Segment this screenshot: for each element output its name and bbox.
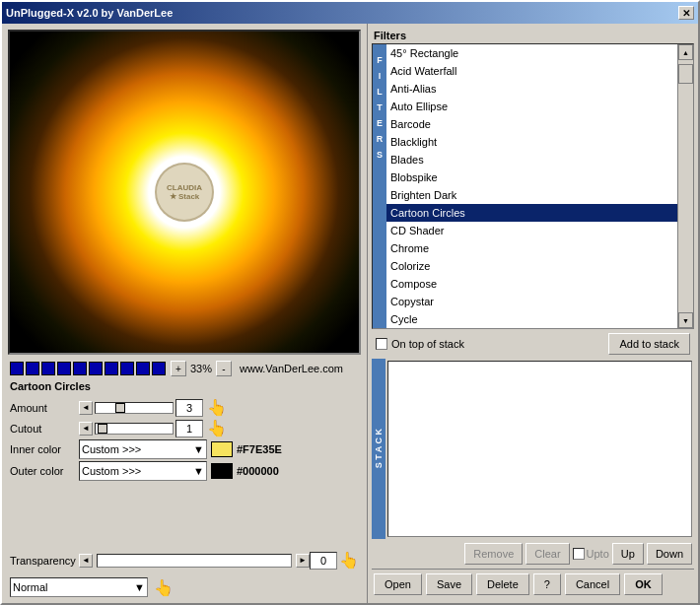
- sidebar-letter-e: E: [377, 115, 383, 131]
- main-content: CLAUDIA ★ Stack: [2, 24, 698, 603]
- blend-hand-icon: 👆: [154, 578, 174, 597]
- inner-color-label: Inner color: [10, 443, 79, 455]
- amount-track[interactable]: [95, 402, 174, 414]
- cutout-row: Cutout ◄ 1 👆: [10, 419, 359, 437]
- transparency-row: Transparency ◄ ► 0 👆: [6, 549, 363, 571]
- watermark: CLAUDIA ★ Stack: [155, 163, 214, 222]
- outer-color-label: Outer color: [10, 465, 79, 477]
- url-label: www.VanDerLee.com: [240, 363, 343, 374]
- filter-item[interactable]: Cycle: [386, 310, 677, 328]
- stack-sidebar-label: S T A C K: [374, 429, 384, 468]
- inner-color-row: Inner color Custom >>> ▼ #F7E35E: [10, 439, 359, 459]
- sidebar-letter-r: R: [377, 131, 384, 147]
- clear-button[interactable]: Clear: [525, 543, 569, 565]
- outer-color-dropdown[interactable]: Custom >>> ▼: [79, 461, 207, 481]
- blend-dropdown[interactable]: Normal ▼: [10, 577, 148, 597]
- filter-item[interactable]: Blobspike: [386, 168, 677, 186]
- down-button[interactable]: Down: [647, 543, 692, 565]
- filter-item[interactable]: Brighten Dark: [386, 186, 677, 204]
- filter-item[interactable]: Auto Ellipse: [386, 98, 677, 115]
- outer-color-swatch[interactable]: [211, 463, 233, 479]
- amount-value[interactable]: 3: [175, 399, 203, 417]
- upto-checkbox[interactable]: [573, 548, 585, 560]
- zoom-segment: [57, 362, 71, 375]
- trans-hand-icon: 👆: [339, 551, 359, 570]
- stack-area: S T A C K: [372, 359, 694, 539]
- cutout-hand-icon: 👆: [207, 419, 227, 437]
- filter-item[interactable]: 45° Rectangle: [386, 44, 677, 62]
- sidebar-letter-s: S: [377, 147, 383, 163]
- sidebar-letter-i: I: [379, 68, 382, 84]
- filters-sidebar: F I L T E R S: [373, 44, 386, 328]
- filter-item[interactable]: Acid Waterfall: [386, 62, 677, 80]
- filter-item[interactable]: CD Shader: [386, 222, 677, 239]
- filter-item[interactable]: Barcode: [386, 115, 677, 133]
- zoom-segment: [152, 362, 166, 375]
- on-top-label: On top of stack: [391, 338, 464, 350]
- cancel-button[interactable]: Cancel: [565, 573, 620, 595]
- amount-label: Amount: [10, 402, 79, 414]
- filter-item[interactable]: Chrome: [386, 239, 677, 257]
- on-top-checkbox[interactable]: [376, 338, 387, 350]
- zoom-segment: [10, 362, 24, 375]
- inner-color-dropdown[interactable]: Custom >>> ▼: [79, 439, 207, 459]
- filter-item[interactable]: Copystar: [386, 293, 677, 310]
- trans-track[interactable]: [97, 554, 292, 568]
- filter-list-inner: 45° RectangleAcid WaterfallAnti-AliasAut…: [386, 44, 677, 328]
- trans-left-arrow[interactable]: ◄: [79, 554, 93, 568]
- scroll-down-arrow[interactable]: ▼: [678, 312, 693, 328]
- window-title: UnPlugged-X v2.0 by VanDerLee: [6, 7, 173, 19]
- inner-color-swatch[interactable]: [211, 441, 233, 457]
- transparency-label: Transparency: [10, 555, 79, 567]
- amount-thumb[interactable]: [115, 403, 125, 413]
- blend-label: Normal: [13, 581, 47, 593]
- right-panel: Filters F I L T E R S 45° RectangleAcid …: [367, 24, 698, 603]
- scroll-thumb[interactable]: [678, 64, 693, 84]
- amount-left-arrow[interactable]: ◄: [79, 401, 93, 415]
- cutout-left-arrow[interactable]: ◄: [79, 422, 93, 436]
- spacer: [6, 485, 363, 545]
- filter-item[interactable]: Colorize: [386, 257, 677, 275]
- filter-item[interactable]: Compose: [386, 275, 677, 293]
- zoom-plus-button[interactable]: +: [171, 361, 186, 376]
- close-button[interactable]: ✕: [678, 6, 694, 20]
- filter-item[interactable]: Blades: [386, 151, 677, 168]
- amount-row: Amount ◄ 3 👆: [10, 398, 359, 417]
- zoom-segment: [73, 362, 87, 375]
- cutout-slider-container: ◄ 1 👆: [79, 419, 227, 437]
- zoom-minus-button[interactable]: -: [216, 361, 232, 376]
- delete-button[interactable]: Delete: [476, 573, 529, 595]
- zoom-segment: [105, 362, 118, 375]
- trans-right-arrow[interactable]: ►: [296, 554, 310, 568]
- ok-button[interactable]: OK: [624, 573, 663, 595]
- sidebar-letter-f: F: [377, 52, 383, 68]
- add-to-stack-button[interactable]: Add to stack: [608, 333, 690, 355]
- cutout-thumb[interactable]: [98, 424, 107, 434]
- blend-chevron-icon: ▼: [134, 581, 145, 593]
- help-button[interactable]: ?: [533, 573, 561, 595]
- filter-item[interactable]: Anti-Alias: [386, 80, 677, 98]
- save-button[interactable]: Save: [426, 573, 472, 595]
- upto-label: Upto: [587, 548, 609, 560]
- outer-color-row: Outer color Custom >>> ▼ #000000: [10, 461, 359, 481]
- cutout-track[interactable]: [95, 423, 174, 435]
- stack-sidebar: S T A C K: [372, 359, 385, 539]
- stack-options: On top of stack Add to stack: [372, 329, 694, 359]
- scroll-track: [678, 60, 693, 312]
- open-button[interactable]: Open: [374, 573, 422, 595]
- cutout-label: Cutout: [10, 423, 79, 435]
- filters-section-label: Filters: [372, 28, 694, 43]
- remove-button[interactable]: Remove: [464, 543, 523, 565]
- cutout-value[interactable]: 1: [175, 420, 203, 437]
- filter-item[interactable]: Blacklight: [386, 133, 677, 151]
- filter-item[interactable]: Cartoon Circles: [386, 204, 677, 222]
- zoom-segment: [136, 362, 150, 375]
- trans-value[interactable]: 0: [310, 552, 337, 570]
- zoom-track: [10, 362, 167, 375]
- inner-color-hex: #F7E35E: [237, 443, 282, 455]
- up-button[interactable]: Up: [612, 543, 644, 565]
- amount-slider-container: ◄ 3 👆: [79, 398, 227, 417]
- scroll-up-arrow[interactable]: ▲: [678, 44, 693, 60]
- titlebar: UnPlugged-X v2.0 by VanDerLee ✕: [2, 2, 698, 24]
- controls-area: Amount ◄ 3 👆 Cutout ◄: [6, 394, 363, 485]
